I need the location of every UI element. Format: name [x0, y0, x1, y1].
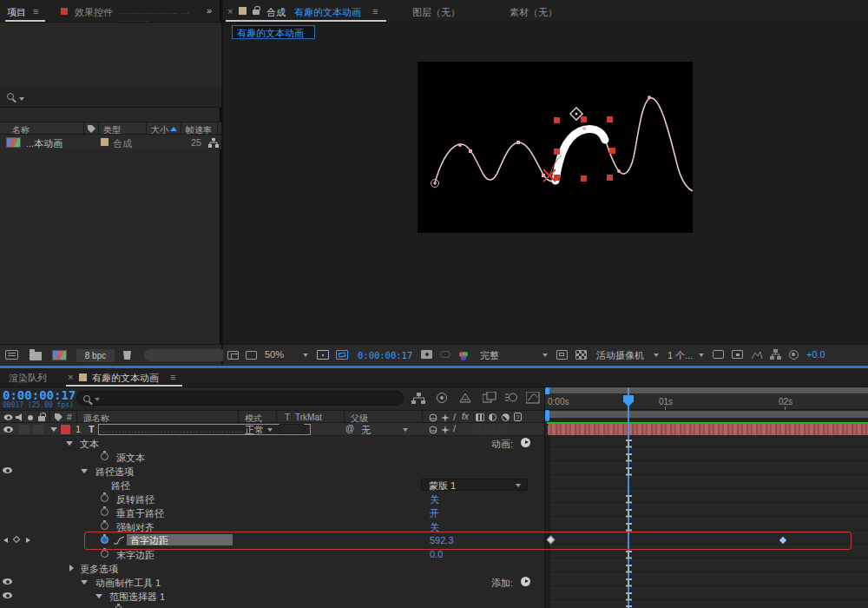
graph-override-icon[interactable]: [114, 536, 125, 545]
column-framerate[interactable]: 帧速率: [186, 124, 212, 136]
switch-shy-icon[interactable]: [429, 413, 437, 422]
label-column-tag-icon[interactable]: [55, 413, 62, 421]
draft-3d-icon[interactable]: [436, 392, 449, 404]
magnification-caret-icon[interactable]: [303, 354, 308, 357]
magnification-value[interactable]: 50%: [265, 349, 284, 360]
flowchart-icon[interactable]: [770, 349, 781, 360]
footer-search-pill[interactable]: [144, 349, 231, 361]
timeline-tab-close-icon[interactable]: ×: [68, 372, 73, 382]
path-vertex[interactable]: [516, 141, 520, 144]
item-name[interactable]: ...本动画: [26, 137, 62, 150]
always-preview-icon[interactable]: [227, 351, 239, 360]
project-item-row[interactable]: ...本动画 合成 25: [0, 135, 221, 149]
layer-twirl-open-icon[interactable]: [50, 427, 57, 432]
layer-switch-cell[interactable]: [472, 425, 483, 434]
property-row-first-margin[interactable]: 首字边距 592.3: [0, 533, 544, 547]
composition-canvas[interactable]: [418, 62, 693, 233]
timeline-track-area[interactable]: 0:00s 01s 02s: [544, 387, 868, 608]
tab-footage[interactable]: 素材（无）: [510, 6, 557, 19]
blend-mode-value[interactable]: 正常: [245, 424, 264, 437]
column-label-tag-icon[interactable]: [88, 125, 95, 133]
column-type[interactable]: 类型: [103, 124, 121, 136]
audio-column-speaker-icon[interactable]: [16, 413, 24, 421]
stopwatch-active-icon[interactable]: [101, 536, 108, 544]
viewer-timecode[interactable]: 0:00:00:17: [358, 350, 412, 360]
current-timecode[interactable]: 0:00:00:17: [3, 388, 76, 402]
switch-quality-icon[interactable]: /: [453, 412, 456, 422]
column-trkmat-t[interactable]: T: [285, 413, 290, 422]
trkmat-cell[interactable]: [279, 424, 304, 434]
layer-duration-bar[interactable]: [548, 424, 868, 435]
stopwatch-icon[interactable]: [101, 522, 108, 530]
property-row-source-text[interactable]: 源文本: [0, 450, 544, 464]
time-ruler[interactable]: 0:00s 01s 02s: [545, 394, 868, 410]
switch-adjustment-icon[interactable]: [502, 413, 510, 421]
twirl-open-icon[interactable]: [95, 594, 102, 598]
eye-icon[interactable]: [3, 592, 12, 598]
switch-frame-blend-icon[interactable]: [476, 413, 484, 421]
stopwatch-icon[interactable]: [101, 550, 108, 558]
twirl-open-icon[interactable]: [81, 469, 88, 473]
property-row-perpendicular[interactable]: 垂直于路径 开: [0, 506, 544, 519]
layer-row[interactable]: 1 T ....................................…: [0, 423, 544, 436]
stopwatch-icon[interactable]: [101, 453, 108, 460]
column-trkmat[interactable]: TrkMat: [295, 413, 322, 422]
reverse-path-value[interactable]: 关: [430, 493, 439, 506]
perpendicular-value[interactable]: 开: [430, 507, 439, 520]
property-row-force-alignment[interactable]: 强制对齐 关: [0, 519, 544, 533]
project-search-bar[interactable]: [0, 87, 221, 108]
property-row-text-group[interactable]: 文本 动画:: [0, 436, 544, 450]
eye-icon[interactable]: [3, 578, 12, 585]
parent-caret-icon[interactable]: [403, 428, 408, 432]
parent-pickwhip-icon[interactable]: @: [345, 424, 354, 433]
solo-column-icon[interactable]: [28, 415, 33, 420]
switch-fx-icon[interactable]: fx: [462, 412, 469, 421]
view-layout-caret-icon[interactable]: [699, 354, 704, 357]
layer-shy-icon[interactable]: [429, 426, 437, 434]
audio-toggle-cell[interactable]: [19, 425, 30, 434]
active-camera-value[interactable]: 活动摄像机: [596, 349, 644, 362]
timeline-search-field[interactable]: [76, 391, 404, 406]
time-navigator-bar[interactable]: [545, 387, 868, 393]
twirl-open-icon[interactable]: [81, 580, 88, 585]
layer-switch-cell[interactable]: [484, 425, 495, 434]
view-layout-value[interactable]: 1 个...: [667, 349, 693, 362]
lock-column-icon[interactable]: [38, 416, 45, 421]
property-row-last-margin[interactable]: 末字边距 0.0: [0, 547, 544, 561]
pixel-aspect-icon[interactable]: [751, 350, 763, 360]
stopwatch-icon[interactable]: [101, 508, 108, 516]
timeline-tab-menu-icon[interactable]: ≡: [170, 372, 175, 382]
show-snapshot-icon[interactable]: [440, 351, 450, 358]
tab-effect-controls[interactable]: 效果控件: [75, 6, 113, 19]
tab-project[interactable]: 项目: [7, 6, 26, 19]
lock-toggle-cell[interactable]: [33, 425, 43, 434]
tab-layer[interactable]: 图层（无）: [412, 6, 460, 19]
trash-icon[interactable]: [123, 351, 131, 360]
composition-mini-flowchart-icon[interactable]: [411, 393, 425, 404]
force-alignment-value[interactable]: 关: [430, 521, 439, 534]
snapshot-camera-icon[interactable]: [421, 350, 432, 359]
exposure-aperture-icon[interactable]: [789, 350, 799, 360]
layer-label-color-swatch[interactable]: [61, 425, 70, 434]
path-vertex[interactable]: [469, 149, 472, 153]
monitor-icon[interactable]: [246, 351, 257, 360]
shy-layers-icon[interactable]: [458, 392, 472, 404]
switch-motion-blur-icon[interactable]: [489, 413, 496, 421]
blend-mode-caret-icon[interactable]: [267, 428, 273, 432]
previous-keyframe-icon[interactable]: [3, 538, 8, 543]
search-options-caret-icon[interactable]: [19, 97, 24, 101]
eye-icon[interactable]: [3, 467, 12, 473]
index-column-hash[interactable]: #: [67, 413, 72, 422]
frame-blending-icon[interactable]: [483, 392, 496, 403]
motion-blur-icon[interactable]: [505, 392, 518, 403]
resolution-value[interactable]: 完整: [480, 349, 499, 362]
layer-quality-icon[interactable]: /: [453, 423, 456, 433]
project-tab-menu-icon[interactable]: ≡: [33, 6, 38, 17]
property-row-reverse-path[interactable]: 反转路径 关: [0, 492, 544, 506]
tab-close-icon[interactable]: ×: [227, 6, 233, 17]
anchor-point-gizmo[interactable]: [570, 108, 582, 120]
panel-overflow-icon[interactable]: »: [207, 5, 212, 16]
camera-caret-icon[interactable]: [654, 354, 659, 357]
tab-render-queue[interactable]: 渲染队列: [9, 372, 47, 385]
property-row-path[interactable]: 路径 蒙版 1: [0, 478, 544, 492]
